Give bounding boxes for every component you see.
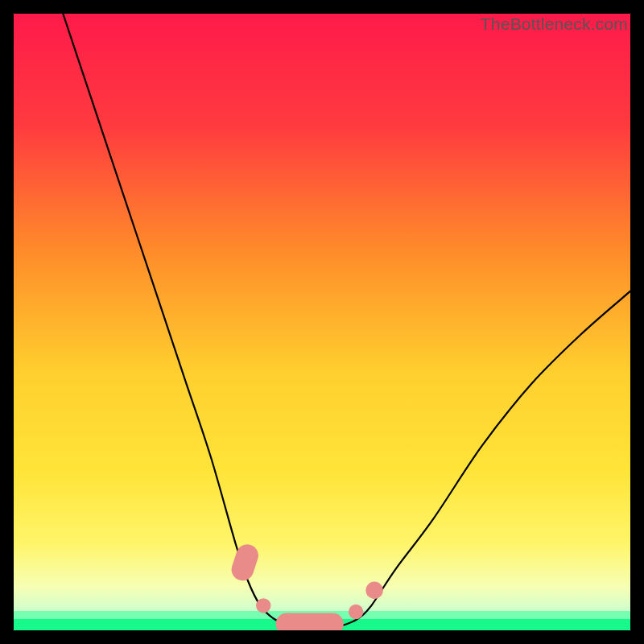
watermark-text: TheBottleneck.com <box>481 14 628 34</box>
plot-area: TheBottleneck.com <box>14 14 630 630</box>
marker-capsule <box>229 542 261 584</box>
bottleneck-curve <box>14 14 630 630</box>
marker-capsule <box>276 613 344 630</box>
marker-dot <box>365 581 382 598</box>
marker-dot <box>349 605 363 619</box>
marker-dot <box>256 598 270 613</box>
